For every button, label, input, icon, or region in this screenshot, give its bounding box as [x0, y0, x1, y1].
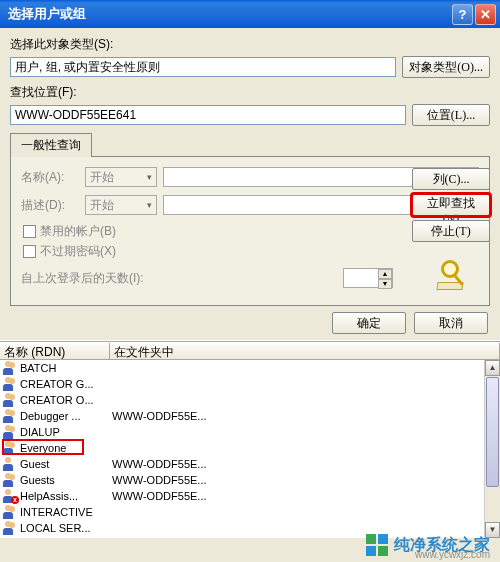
list-item[interactable]: GuestsWWW-ODDF55E... [0, 472, 500, 488]
watermark-logo-icon [366, 534, 388, 556]
column-header-name[interactable]: 名称 (RDN) [0, 343, 110, 359]
group-icon [2, 441, 18, 455]
list-item[interactable]: INTERACTIVE [0, 504, 500, 520]
find-now-button[interactable]: 立即查找(N) [412, 194, 490, 216]
list-item[interactable]: CREATOR O... [0, 392, 500, 408]
list-item[interactable]: xHelpAssis...WWW-ODDF55E... [0, 488, 500, 504]
spin-down-button[interactable]: ▼ [378, 279, 392, 289]
tab-general-query[interactable]: 一般性查询 [10, 133, 92, 157]
result-name: CREATOR O... [20, 394, 112, 406]
group-icon [2, 505, 18, 519]
group-icon [2, 377, 18, 391]
window-title: 选择用户或组 [8, 5, 450, 23]
user-icon [2, 457, 18, 471]
result-folder: WWW-ODDF55E... [112, 410, 500, 422]
cancel-button[interactable]: 取消 [414, 312, 488, 334]
group-icon [2, 425, 18, 439]
result-name: Debugger ... [20, 410, 112, 422]
column-header-folder[interactable]: 在文件夹中 [110, 343, 500, 359]
group-icon [2, 521, 18, 535]
stop-button[interactable]: 停止(T) [412, 220, 490, 242]
no-expire-label: 不过期密码(X) [40, 243, 116, 260]
list-item[interactable]: Everyone [0, 440, 500, 456]
result-name: HelpAssis... [20, 490, 112, 502]
location-label: 查找位置(F): [10, 84, 490, 101]
object-type-button[interactable]: 对象类型(O)... [402, 56, 490, 78]
result-name: BATCH [20, 362, 112, 374]
dialog-body: 选择此对象类型(S): 对象类型(O)... 查找位置(F): 位置(L)...… [0, 28, 500, 306]
chevron-down-icon: ▾ [147, 200, 152, 210]
disabled-accounts-label: 禁用的帐户(B) [40, 223, 116, 240]
object-type-label: 选择此对象类型(S): [10, 36, 490, 53]
results-header: 名称 (RDN) 在文件夹中 [0, 342, 500, 360]
scroll-up-button[interactable]: ▲ [485, 360, 500, 376]
result-folder: WWW-ODDF55E... [112, 458, 500, 470]
result-name: LOCAL SER... [20, 522, 112, 534]
list-item[interactable]: Debugger ...WWW-ODDF55E... [0, 408, 500, 424]
desc-mode-dropdown[interactable]: 开始▾ [85, 195, 157, 215]
vertical-scrollbar[interactable]: ▲ ▼ [484, 360, 500, 538]
result-name: Everyone [20, 442, 112, 454]
scrollbar-thumb[interactable] [486, 377, 499, 487]
group-icon [2, 393, 18, 407]
group-icon [2, 409, 18, 423]
group-icon [2, 473, 18, 487]
list-item[interactable]: CREATOR G... [0, 376, 500, 392]
result-folder: WWW-ODDF55E... [112, 490, 500, 502]
result-folder: WWW-ODDF55E... [112, 474, 500, 486]
no-expire-checkbox[interactable] [23, 245, 36, 258]
days-since-login-input[interactable]: ▲ ▼ [343, 268, 393, 288]
ok-button[interactable]: 确定 [332, 312, 406, 334]
user-icon: x [2, 489, 18, 503]
titlebar: 选择用户或组 ? ✕ [0, 0, 500, 28]
columns-button[interactable]: 列(C)... [412, 168, 490, 190]
search-icon [412, 260, 490, 290]
close-button[interactable]: ✕ [475, 4, 496, 25]
result-name: DIALUP [20, 426, 112, 438]
watermark: 纯净系统之家 www.ycwxjz.com [366, 534, 490, 556]
result-name: INTERACTIVE [20, 506, 112, 518]
result-name: Guest [20, 458, 112, 470]
result-name: CREATOR G... [20, 378, 112, 390]
location-button[interactable]: 位置(L)... [412, 104, 490, 126]
help-button[interactable]: ? [452, 4, 473, 25]
spin-up-button[interactable]: ▲ [378, 269, 392, 279]
chevron-down-icon: ▾ [147, 172, 152, 182]
group-icon [2, 361, 18, 375]
location-input[interactable] [10, 105, 406, 125]
list-item[interactable]: BATCH [0, 360, 500, 376]
object-type-input[interactable] [10, 57, 396, 77]
name-label: 名称(A): [21, 169, 79, 186]
result-name: Guests [20, 474, 112, 486]
desc-label: 描述(D): [21, 197, 79, 214]
list-item[interactable]: GuestWWW-ODDF55E... [0, 456, 500, 472]
watermark-url: www.ycwxjz.com [415, 549, 490, 560]
disabled-accounts-checkbox[interactable] [23, 225, 36, 238]
name-mode-dropdown[interactable]: 开始▾ [85, 167, 157, 187]
days-since-login-label: 自上次登录后的天数(I): [21, 270, 337, 287]
list-item[interactable]: DIALUP [0, 424, 500, 440]
results-list: BATCHCREATOR G...CREATOR O...Debugger ..… [0, 360, 500, 538]
